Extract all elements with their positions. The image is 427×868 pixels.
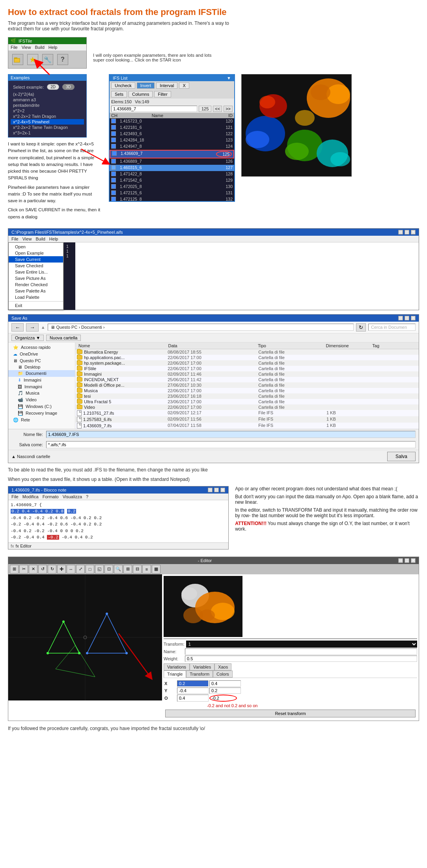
btn-reset-transform[interactable]: Reset transform [165,710,416,717]
list-row-7[interactable]: 1.471542_6 129 [110,177,234,184]
list-row-1[interactable]: 1.422181_6 121 [110,125,234,131]
menu-save-current[interactable]: Save Current [9,256,63,263]
tb-btn-13[interactable]: ⊟ [133,565,142,574]
np-menu-visualizza[interactable]: Visualizza [63,494,82,499]
btn-columns[interactable]: Columns [129,91,153,97]
saveas-btn-close[interactable]: ✕ [411,316,416,320]
btn-close[interactable]: ✕ [411,230,416,235]
nav-questo-pc[interactable]: 🖥Questo PC [8,358,75,364]
btn-next[interactable]: >> [224,106,233,112]
menu-view[interactable]: View [22,45,31,50]
menu-exit[interactable]: Exit [9,302,63,309]
list-row-8[interactable]: 1.472025_8 130 [110,184,234,190]
toolbar-wrench-btn[interactable]: 🔧 [42,54,53,65]
subtab-triangle[interactable]: Triangle [164,671,186,678]
col-tipo[interactable]: Tipo [256,343,324,348]
btn-x[interactable]: X [179,82,189,89]
nav-accesso-rapido[interactable]: ⭐Accesso rapido [8,344,75,351]
btn-sets[interactable]: Sets [111,91,127,97]
tb-btn-6[interactable]: ↔ [67,565,75,574]
nascondi-cartelle[interactable]: ▲ Nascondi cartelle [11,454,50,459]
nav-immagini[interactable]: 🖼Immagini [8,384,75,390]
list-row-2[interactable]: 1.423493_6 122 [110,131,234,137]
example-item-3[interactable]: x^2+2 [11,108,84,114]
example-item-2[interactable]: pentadendrite [11,102,84,108]
tb-btn-3[interactable]: ↺ [38,565,47,574]
notepad-btn-maximize[interactable]: □ [214,488,219,492]
file-row-4[interactable]: Immagini 02/09/2017 11:46 Cartella di fi… [75,371,419,377]
menu-open-example[interactable]: Open Example [9,250,63,256]
main-menu-build[interactable]: Build [35,237,45,241]
btn-interval[interactable]: Interval [156,82,177,89]
np-menu-help[interactable]: ? [86,494,88,499]
name-input[interactable] [185,648,417,655]
file-row-9[interactable]: Ultra Fractal 5 23/06/2017 17:00 Cartell… [75,399,419,404]
subtab-colors[interactable]: Colors [213,671,233,678]
grid-y-0[interactable] [177,687,209,694]
weight-input[interactable] [185,656,417,662]
toolbar-open-btn[interactable] [12,54,23,65]
tb-btn-10[interactable]: ⊡ [104,565,113,574]
list-row-4[interactable]: 1.424947_8 124 [110,143,234,150]
tb-btn-7[interactable]: ⤢ [76,565,85,574]
file-row-13[interactable]: 1.436609_7.ifs 07/04/2017 11:58 File IFS… [75,423,419,429]
np-menu-file[interactable]: File [11,494,19,499]
list-row-3[interactable]: 1.424284_18 123 [110,137,234,143]
col-tag[interactable]: Tag [371,343,417,348]
nav-windows-c[interactable]: 💾Windows (C:) [8,403,75,410]
tb-btn-12[interactable]: ⊞ [123,565,132,574]
tb-btn-4[interactable]: ↻ [48,565,56,574]
btn-forward[interactable]: → [26,323,38,332]
saveas-btn-maximize[interactable]: □ [405,316,409,320]
menu-load-palette[interactable]: Load Palette [9,294,63,300]
btn-invert[interactable]: Invert [137,82,155,89]
grid-y-1[interactable] [209,687,241,694]
btn-back[interactable]: ← [11,323,24,332]
col-dimensione[interactable]: Dimensione [324,343,371,348]
btn-minimize[interactable]: ─ [398,230,403,235]
btn-organizza[interactable]: Organizza ▼ [11,335,44,341]
list-row-10[interactable]: 1.472125_8 132 [110,196,234,201]
filetype-input[interactable] [46,441,416,448]
btn-salva[interactable]: Salva [387,452,416,461]
tb-btn-2[interactable]: ✕ [29,565,37,574]
list-row-selected[interactable]: 1.460315_6 127 [110,165,234,171]
np-menu-formato[interactable]: Formato [43,494,59,499]
file-row-6[interactable]: Modelli di Office pe... 27/06/2017 10:30… [75,382,419,388]
subtab-transform[interactable]: Transform [186,671,213,678]
notepad-btn-minimize[interactable]: ─ [208,488,213,492]
transform-select[interactable]: 1 [186,641,417,648]
editor-btn-close[interactable]: ✕ [411,558,416,563]
example-item-5[interactable]: x^2-4x+5 Pinwheel [11,119,84,125]
menu-help[interactable]: Help [48,45,58,50]
tab-variables[interactable]: Variables [190,663,214,671]
col-data[interactable]: Data [166,343,256,348]
nav-video[interactable]: 📹Video [8,397,75,403]
radio-2d[interactable]: 2D [47,84,59,90]
menu-build[interactable]: Build [35,45,44,50]
editor-btn-minimize[interactable]: ─ [398,558,403,563]
nav-onedrive[interactable]: ☁OneDrive [8,351,75,358]
grid-o-1[interactable] [209,695,237,702]
list-row-5[interactable]: 1.436889_7 126 [110,158,234,165]
list-row-highlighted[interactable]: 1.436609_7 125 [110,150,234,158]
file-row-10[interactable]: Video 22/06/2017 17:00 Cartella di file [75,404,419,410]
toolbar-help-btn[interactable]: ? [57,54,68,65]
radio-3d[interactable]: 3D [62,84,75,90]
ifs-search-input[interactable] [111,106,197,112]
saveas-btn-minimize[interactable]: ─ [398,316,403,320]
nav-musica[interactable]: 🎵Musica [8,390,75,397]
btn-refresh[interactable]: ↻ [356,323,366,332]
example-item-6[interactable]: x^2-2x+2 Tame Twin Dragon [11,125,84,130]
tb-btn-0[interactable]: ⊞ [10,565,19,574]
file-row-12[interactable]: 1.257583_6.ifs 02/09/2017 11:56 File IFS… [75,416,419,423]
file-row-5[interactable]: INCENDIA_NEXT 25/06/2017 11:42 Cartella … [75,377,419,382]
example-item-4[interactable]: x^2-2x+2 Twin Dragon [11,114,84,119]
menu-open[interactable]: Open [9,244,63,250]
nav-documenti[interactable]: 📁Documenti [8,370,75,377]
menu-save-entire-list[interactable]: Save Entire Lis... [9,269,63,275]
tb-btn-14[interactable]: ≡ [142,565,151,574]
example-item-0[interactable]: (x-2)^2(4a) [11,91,84,97]
tb-btn-1[interactable]: ✂ [19,565,28,574]
nav-rete[interactable]: 🌐Rete [8,417,75,423]
